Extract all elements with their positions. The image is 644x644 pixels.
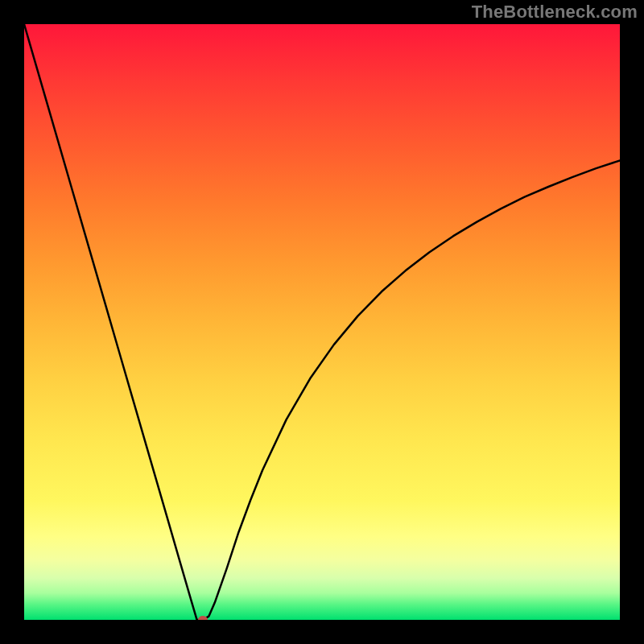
attribution-label: TheBottleneck.com <box>472 2 638 23</box>
plot-background <box>24 24 620 620</box>
bottleneck-chart <box>24 24 620 620</box>
chart-frame: TheBottleneck.com <box>0 0 644 644</box>
